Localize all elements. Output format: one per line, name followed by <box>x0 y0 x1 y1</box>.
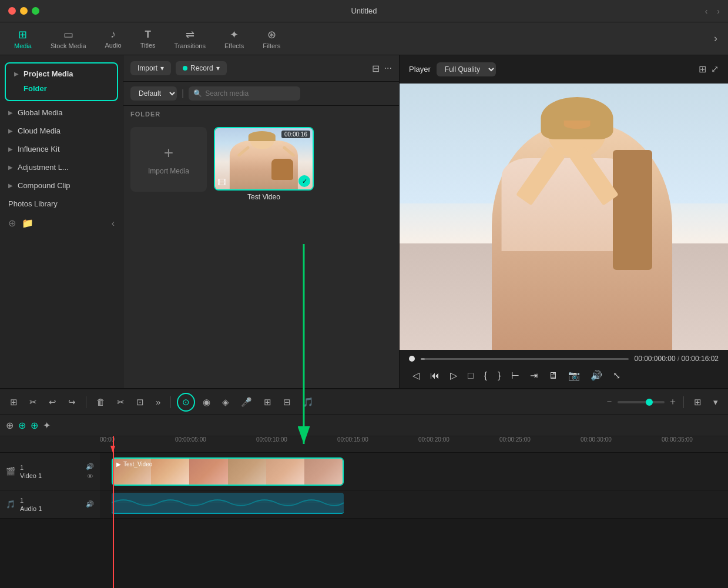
progress-row: 00:00:000:00 / 00:00:16:02 <box>409 355 719 363</box>
mark-in-button[interactable]: { <box>481 368 491 383</box>
more-options-button[interactable]: ··· <box>384 63 392 74</box>
tab-media-label: Media <box>14 42 32 49</box>
mark-out-button[interactable]: } <box>494 368 504 383</box>
crop-button[interactable]: ⊡ <box>132 394 148 410</box>
record-button[interactable]: Record ▾ <box>176 61 227 75</box>
quality-select[interactable]: Full Quality <box>437 62 496 76</box>
add-folder-icon[interactable]: ⊕ <box>8 218 16 229</box>
mute-audio-button[interactable]: 🔊 <box>86 500 94 508</box>
add-marker-button[interactable]: ⊞ <box>260 394 276 410</box>
marker-button[interactable]: ◈ <box>218 394 233 410</box>
add-audio-sync-button[interactable]: ⊕ <box>18 420 26 431</box>
grid-view-icon-button[interactable]: ⊞ <box>699 64 706 75</box>
step-back-button[interactable]: ◁ <box>409 368 423 383</box>
nav-back-icon[interactable]: ‹ <box>705 6 708 16</box>
ruler-mark-1: 00:00:05:00 <box>175 436 206 443</box>
video-clip[interactable]: ▶ Test_Video <box>112 457 344 486</box>
project-media-label: Project Media <box>24 69 73 78</box>
nav-forward-icon[interactable]: › <box>717 6 720 16</box>
video-duration: 00:00:16 <box>281 131 310 138</box>
player-controls: 00:00:000:00 / 00:00:16:02 ◁ ⏮ ▷ □ { } ⊢… <box>400 350 728 388</box>
close-button[interactable] <box>8 7 16 15</box>
zoom-track[interactable] <box>618 401 665 403</box>
minimize-button[interactable] <box>20 7 28 15</box>
expand-arrow-influence: ▶ <box>8 146 13 152</box>
sidebar-item-adjustment[interactable]: ▶ Adjustment L... <box>0 158 123 176</box>
stop-button[interactable]: □ <box>464 368 477 383</box>
filter-icon-button[interactable]: ⊟ <box>372 63 380 74</box>
voiceover-button[interactable]: 🎤 <box>237 394 256 410</box>
filter-select[interactable]: Default <box>130 86 177 101</box>
import-button[interactable]: Import ▾ <box>130 61 171 75</box>
audio-clip[interactable] <box>112 493 344 514</box>
monitor-button[interactable]: 🖥 <box>545 368 561 383</box>
sidebar-item-folder[interactable]: Folder <box>19 82 113 95</box>
redo-button[interactable]: ↪ <box>64 394 80 410</box>
tab-filters[interactable]: ⊛ Filters <box>254 25 288 53</box>
tab-stock-media[interactable]: ▭ Stock Media <box>42 25 95 53</box>
expand-arrow-adjustment: ▶ <box>8 164 13 171</box>
mute-video-button[interactable]: 🔊 <box>86 463 94 470</box>
add-video-track-button[interactable]: ⊕ <box>6 420 14 431</box>
collapse-sidebar-icon[interactable]: ‹ <box>112 218 115 229</box>
sidebar-item-photos-library[interactable]: Photos Library <box>0 195 123 213</box>
transitions-icon: ⇌ <box>186 28 194 41</box>
controls-row: ◁ ⏮ ▷ □ { } ⊢ ⇥ 🖥 📷 🔊 ⤡ <box>409 368 719 383</box>
trim-tool-button[interactable]: ✂ <box>25 394 41 410</box>
sidebar-item-cloud-media[interactable]: ▶ Cloud Media <box>0 122 123 140</box>
audio-track-label: 🎵 1 Audio 1 🔊 <box>0 490 100 519</box>
audio-button[interactable]: 🎵 <box>298 394 318 410</box>
tab-titles[interactable]: T Titles <box>132 25 164 52</box>
ruler-mark-2: 00:00:10:00 <box>256 436 287 443</box>
video-item-label: Test Video <box>214 193 314 201</box>
expand-arrow-global: ▶ <box>8 109 13 116</box>
ruler-mark-6: 00:00:30:00 <box>581 436 612 443</box>
record-arrow-icon: ▾ <box>216 64 220 72</box>
add-subtitle-button[interactable]: ⊕ <box>31 420 38 431</box>
tab-audio[interactable]: ♪ Audio <box>97 25 130 52</box>
progress-track[interactable] <box>421 358 629 360</box>
delete-button[interactable]: 🗑 <box>92 394 109 410</box>
sidebar-item-influence-kit[interactable]: ▶ Influence Kit <box>0 140 123 158</box>
insert-button[interactable]: ⊢ <box>508 368 523 383</box>
expand-view-icon-button[interactable]: ⤢ <box>711 64 719 75</box>
cut-button[interactable]: ✂ <box>113 394 129 410</box>
tab-effects[interactable]: ✦ Effects <box>216 25 252 53</box>
frame-6 <box>304 459 343 485</box>
audio-track-number: 1 <box>20 497 81 504</box>
sidebar-item-compound-clip[interactable]: ▶ Compound Clip <box>0 176 123 195</box>
layout-button[interactable]: ⊞ <box>690 394 706 410</box>
ruler-mark-5: 00:00:25:00 <box>499 436 531 443</box>
fullscreen-button[interactable] <box>32 7 39 15</box>
expand-arrow-cloud: ▶ <box>8 128 13 134</box>
settings-button[interactable]: ⤡ <box>609 368 624 383</box>
search-input[interactable] <box>189 86 300 101</box>
split-button[interactable]: ⊟ <box>279 394 295 410</box>
overwrite-button[interactable]: ⇥ <box>526 368 541 383</box>
frame-back-button[interactable]: ⏮ <box>427 368 443 383</box>
layout-options-button[interactable]: ▾ <box>709 394 722 410</box>
more-tabs-button[interactable]: › <box>709 29 722 48</box>
add-fx-button[interactable]: ✦ <box>43 420 51 431</box>
video-item-test-video[interactable]: 00:00:16 🎞 ✓ Test Video <box>214 127 314 383</box>
volume-button[interactable]: 🔊 <box>587 368 606 383</box>
audio-track-row[interactable] <box>100 490 728 519</box>
video-track-row[interactable]: ▶ Test_Video <box>100 453 728 490</box>
snapshot-button[interactable]: 📷 <box>565 368 583 383</box>
zoom-in-icon[interactable]: ＋ <box>668 396 677 408</box>
tab-media[interactable]: ⊞ Media <box>6 25 40 53</box>
eye-button[interactable]: 👁 <box>86 473 94 480</box>
snap-mode-button[interactable]: ◉ <box>199 394 214 410</box>
tab-transitions[interactable]: ⇌ Transitions <box>166 25 214 53</box>
folder-icon[interactable]: 📁 <box>22 218 33 229</box>
snap-button[interactable]: ⊙ <box>177 393 195 412</box>
playhead-dot[interactable] <box>409 356 415 362</box>
undo-button[interactable]: ↩ <box>45 394 61 410</box>
play-button[interactable]: ▷ <box>447 368 461 383</box>
sidebar-item-project-media[interactable]: ▶ Project Media <box>9 66 113 82</box>
select-tool-button[interactable]: ⊞ <box>6 394 22 410</box>
sidebar-item-global-media[interactable]: ▶ Global Media <box>0 103 123 122</box>
import-media-placeholder[interactable]: + Import Media <box>130 127 207 192</box>
more-tools-button[interactable]: » <box>152 394 165 410</box>
zoom-out-icon[interactable]: － <box>605 396 614 408</box>
